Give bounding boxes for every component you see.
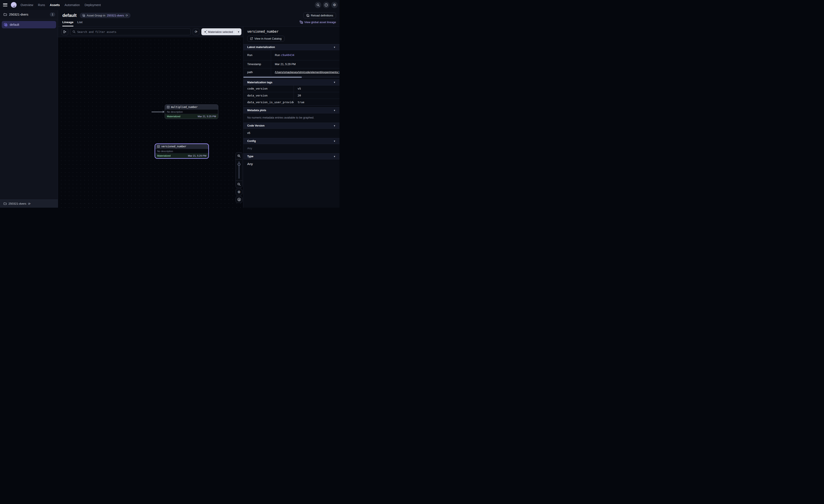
table-row: path /Users/smackesey/stm/code/elementl/…	[243, 68, 339, 76]
search-input[interactable]	[77, 30, 188, 33]
asset-description: No description	[165, 109, 218, 114]
section-label: Config	[247, 139, 256, 143]
asset-groups-sidebar: 250321-dvers 1 default 250321-dvers ⟳	[0, 10, 58, 208]
search-icon	[316, 3, 320, 7]
section-type[interactable]: Type ▼	[243, 153, 339, 159]
hamburger-menu-icon[interactable]	[3, 3, 7, 6]
zoom-in-button[interactable]	[236, 152, 242, 159]
dagster-logo[interactable]	[10, 2, 17, 8]
asset-group-badge[interactable]: Asset Group in 250321-dvers ⟳	[80, 13, 130, 18]
reload-cube-icon	[306, 14, 309, 17]
zoom-out-button[interactable]	[236, 181, 242, 187]
materialized-status: Materialized	[157, 154, 171, 157]
chevron-down-icon: ▼	[333, 155, 335, 158]
view-in-asset-catalog-button[interactable]: View in Asset Catalog	[247, 36, 285, 41]
expand-sidebar-button[interactable]	[62, 28, 68, 35]
horizontal-scrollbar	[243, 77, 339, 78]
nav-item-deployment[interactable]: Deployment	[85, 3, 101, 7]
help-icon: ?	[324, 3, 328, 7]
sidebar-item-label: default	[10, 23, 19, 26]
asset-node-multiplied-number[interactable]: multiplied_number No description Materia…	[165, 105, 218, 119]
badge-location-link[interactable]: 250321-dvers	[107, 14, 124, 17]
page-title: default	[62, 13, 77, 18]
materialize-button[interactable]: ✦✦✦ Materialize selected	[201, 28, 235, 35]
main-nav: Overview Runs Assets Automation Deployme…	[21, 3, 101, 7]
panel-asset-title: versioned_number	[247, 30, 335, 33]
refresh-icon: ⟳	[195, 30, 197, 34]
table-row: data_version 20	[243, 92, 339, 99]
view-global-asset-lineage-link[interactable]: View global asset lineage	[300, 20, 336, 26]
section-label: Metadata plots	[247, 109, 266, 112]
canvas-controls: ⚙	[235, 152, 242, 203]
section-metadata-plots[interactable]: Metadata plots ▼	[243, 107, 339, 113]
download-image-button[interactable]	[235, 196, 242, 203]
graph-settings-button[interactable]: ⚙	[235, 188, 242, 195]
help-button[interactable]: ?	[323, 2, 329, 8]
nav-item-runs[interactable]: Runs	[38, 3, 45, 7]
section-latest-materialization[interactable]: Latest materialization ▼	[243, 44, 339, 50]
zoom-slider[interactable]	[236, 159, 242, 181]
reload-definitions-label: Reload definitions	[311, 14, 333, 17]
run-id-link[interactable]: c9a40434	[281, 53, 294, 57]
table-icon	[167, 106, 170, 108]
sidebar-footer: 250321-dvers ⟳	[0, 200, 58, 208]
tag-value: v5	[294, 86, 339, 92]
sidebar-item-default[interactable]: default	[2, 21, 56, 28]
refresh-graph-button[interactable]: ⟳	[193, 28, 199, 35]
graph-toolbar: ⟳ ✦✦✦ Materialize selected ▼	[58, 27, 243, 37]
code-version-value: v5	[243, 129, 339, 138]
search-button[interactable]	[315, 2, 321, 8]
tab-list[interactable]: List	[77, 20, 83, 26]
footer-location-name: 250321-dvers	[8, 202, 26, 205]
tab-lineage[interactable]: Lineage	[62, 20, 73, 26]
asset-search-box	[70, 28, 191, 35]
section-materialization-tags[interactable]: Materialization tags ▼	[243, 80, 339, 86]
table-row: Run Run c9a40434	[243, 50, 339, 60]
reload-definitions-button[interactable]: Reload definitions	[303, 13, 336, 18]
path-key: path	[243, 68, 271, 76]
chevron-down-icon: ▼	[333, 140, 335, 142]
zoom-slider-thumb[interactable]	[238, 163, 240, 166]
zoom-in-icon	[237, 154, 241, 158]
materialize-dropdown-button[interactable]: ▼	[236, 28, 241, 35]
lineage-edge-arrow	[151, 112, 163, 112]
top-nav: Overview Runs Assets Automation Deployme…	[0, 0, 339, 10]
sparkle-icon: ✦✦✦	[204, 30, 206, 33]
timestamp-key: Timestamp	[243, 60, 271, 68]
chevron-down-icon: ▼	[333, 125, 335, 127]
nav-item-automation[interactable]: Automation	[65, 3, 80, 7]
folder-icon	[3, 202, 7, 205]
folder-icon	[3, 13, 7, 16]
tag-key: data_version	[243, 92, 294, 99]
materialize-label: Materialize selected	[208, 30, 233, 33]
code-location-name: 250321-dvers	[9, 13, 50, 16]
chevron-down-icon: ▼	[333, 46, 335, 48]
section-config[interactable]: Config ▼	[243, 138, 339, 144]
asset-node-versioned-number[interactable]: versioned_number No description Material…	[155, 144, 208, 158]
path-link[interactable]: /Users/smackesey/stm/code/elementl/exper…	[275, 71, 340, 74]
materialized-status: Materialized	[167, 115, 180, 118]
view-tabs: Lineage List	[62, 20, 83, 26]
settings-button[interactable]: ⚙	[331, 2, 338, 8]
nav-item-overview[interactable]: Overview	[21, 3, 33, 7]
run-key: Run	[243, 50, 271, 60]
nav-item-assets[interactable]: Assets	[50, 3, 60, 7]
asset-name: versioned_number	[161, 145, 186, 148]
section-code-version[interactable]: Code Version ▼	[243, 123, 339, 129]
svg-text:?: ?	[326, 4, 327, 6]
materialize-split-button: ✦✦✦ Materialize selected ▼	[201, 28, 241, 35]
panel-expand-icon	[63, 30, 67, 33]
sidebar-code-location-row[interactable]: 250321-dvers 1	[0, 10, 58, 19]
refresh-icon[interactable]: ⟳	[28, 202, 31, 206]
scrollbar-thumb[interactable]	[243, 77, 302, 78]
refresh-icon[interactable]: ⟳	[125, 14, 128, 17]
asset-detail-panel: versioned_number View in Asset Catalog L…	[243, 27, 339, 208]
chevron-down-icon: ▼	[333, 81, 335, 84]
type-value: Any	[243, 159, 339, 169]
asset-description: No description	[155, 149, 208, 153]
download-icon	[237, 198, 241, 202]
section-label: Latest materialization	[247, 46, 275, 49]
lineage-canvas[interactable]: versioned_number No description Material…	[58, 37, 243, 208]
lineage-graph-icon	[300, 20, 303, 24]
global-lineage-label: View global asset lineage	[304, 20, 336, 24]
